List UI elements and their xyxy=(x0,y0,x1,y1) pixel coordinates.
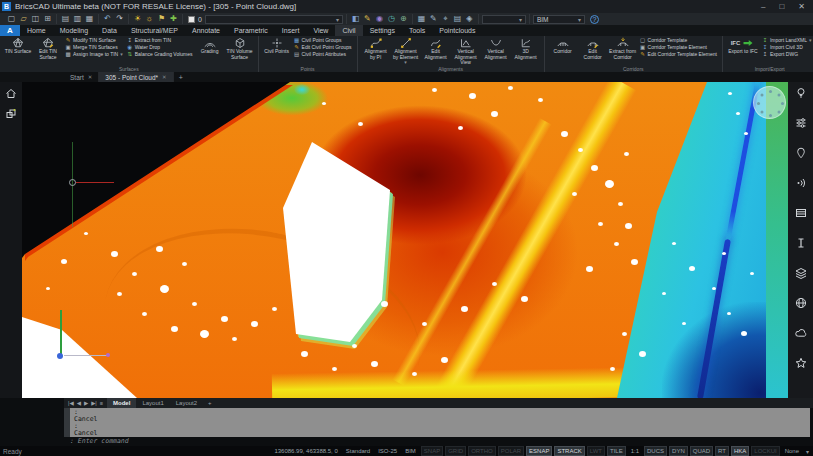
layout-tab-layout2[interactable]: Layout2 xyxy=(170,398,203,408)
edit-corridor-template-element-button[interactable]: ✎ Edit Corridor Template Element xyxy=(640,51,717,58)
undo-icon[interactable]: ↶ xyxy=(102,14,113,24)
tab-view[interactable]: View xyxy=(306,25,335,36)
edit-tin-surface-button[interactable]: Edit TIN Surface xyxy=(34,37,62,60)
toggle-hka[interactable]: HKA xyxy=(731,446,749,456)
alignment-by-element-button[interactable]: Alignment by Element ▾ xyxy=(392,37,420,66)
redo-icon[interactable]: ↷ xyxy=(114,14,125,24)
maximize-button[interactable]: □ xyxy=(779,2,784,11)
status-standard[interactable]: Standard xyxy=(343,446,373,456)
last-layout-icon[interactable]: ▶| xyxy=(91,400,97,406)
tab-civil[interactable]: Civil xyxy=(335,25,362,36)
add-layer-icon[interactable]: ✚ xyxy=(168,14,179,24)
corridor-template-button[interactable]: ▢ Corridor Template xyxy=(640,37,717,44)
structural-beam-icon[interactable] xyxy=(794,236,807,249)
command-input[interactable]: : Enter command xyxy=(0,437,813,446)
toggle-tile[interactable]: TILE xyxy=(607,446,626,456)
tab-home[interactable]: Home xyxy=(20,25,53,36)
sound-waves-icon[interactable] xyxy=(794,176,807,189)
status-iso25[interactable]: ISO-25 xyxy=(375,446,400,456)
tab-modeling[interactable]: Modeling xyxy=(53,25,95,36)
toggle-snap[interactable]: SNAP xyxy=(421,446,443,456)
3d-alignment-button[interactable]: 3D Alignment xyxy=(512,37,540,66)
corridor-button[interactable]: Corridor xyxy=(549,37,577,60)
add-layout-button[interactable]: + xyxy=(203,398,217,408)
print-icon[interactable]: ▤ xyxy=(60,14,71,24)
open-file-icon[interactable]: ▱ xyxy=(18,14,29,24)
import-landxml-button[interactable]: ↧ Import LandXML ▾ xyxy=(762,37,811,44)
publish-icon[interactable]: ▦ xyxy=(84,14,95,24)
water-drop-button[interactable]: ◉ Water Drop xyxy=(127,44,193,51)
grading-button[interactable]: Grading xyxy=(196,37,224,60)
sheet-icon[interactable]: ▤ xyxy=(452,14,463,24)
toggle-esnap[interactable]: ESNAP xyxy=(526,446,552,456)
edit-corridor-button[interactable]: Edit Corridor xyxy=(579,37,607,60)
toggle-ortho[interactable]: ORTHO xyxy=(468,446,496,456)
tin-volume-surface-button[interactable]: TIN Volume Surface xyxy=(226,37,254,60)
close-tab-icon[interactable]: ✕ xyxy=(162,74,167,80)
toggle-strack[interactable]: STRACK xyxy=(554,446,584,456)
extract-from-corridor-button[interactable]: Extract from Corridor xyxy=(609,37,637,60)
layout-tab-model[interactable]: Model xyxy=(107,398,136,408)
pencil-icon[interactable]: ✎ xyxy=(428,14,439,24)
draw-order-icon[interactable]: ◧ xyxy=(350,14,361,24)
toggle-rt[interactable]: RT xyxy=(715,446,729,456)
tab-annotate[interactable]: Annotate xyxy=(185,25,227,36)
tab-parametric[interactable]: Parametric xyxy=(227,25,275,36)
location-pin-icon[interactable] xyxy=(794,146,807,159)
globe-small-icon[interactable]: ⊕ xyxy=(398,14,409,24)
light-icon[interactable] xyxy=(794,86,807,99)
first-layout-icon[interactable]: |◀ xyxy=(68,400,74,406)
drawing-viewport[interactable] xyxy=(22,82,788,398)
tab-insert[interactable]: Insert xyxy=(275,25,307,36)
application-button[interactable]: A xyxy=(0,25,20,36)
toggle-dyn[interactable]: DYN xyxy=(669,446,688,456)
toggle-lwt[interactable]: LWT xyxy=(587,446,605,456)
new-document-tab-button[interactable]: + xyxy=(174,72,188,82)
profile-dropdown[interactable]: ▾ xyxy=(482,15,526,24)
save-as-icon[interactable]: ⊞ xyxy=(42,14,53,24)
command-history[interactable]: : Cancel : Cancel xyxy=(70,408,810,437)
tab-tools[interactable]: Tools xyxy=(402,25,432,36)
civil-point-groups-button[interactable]: ▦ Civil Point Groups xyxy=(294,37,352,44)
toggle-lockui[interactable]: LOCKUI xyxy=(751,446,779,456)
layers-stack-icon[interactable] xyxy=(794,266,807,279)
extract-from-tin-button[interactable]: ↧ Extract from TIN xyxy=(127,37,193,44)
civil-point-attributes-button[interactable]: ▤ Civil Point Attributes xyxy=(294,51,352,58)
vertical-alignment-button[interactable]: Vertical Alignment xyxy=(482,37,510,66)
layout-tab-layout1[interactable]: Layout1 xyxy=(136,398,169,408)
layout-menu-icon[interactable]: ≡ xyxy=(100,400,103,406)
alignment-by-pi-button[interactable]: Alignment by PI xyxy=(362,37,390,66)
match-properties-icon[interactable]: ◉ xyxy=(374,14,385,24)
workspace-dropdown[interactable]: BIM▾ xyxy=(533,15,585,24)
toggle-polar[interactable]: POLAR xyxy=(498,446,524,456)
status-bim[interactable]: BIM xyxy=(402,446,419,456)
status-bar-menu-icon[interactable]: ▾ xyxy=(806,448,809,455)
corridor-template-element-button[interactable]: ▣ Corridor Template Element xyxy=(640,44,717,51)
status-annoscale[interactable]: None xyxy=(782,446,802,456)
tin-surface-button[interactable]: TIN Surface xyxy=(4,37,32,60)
close-button[interactable]: ✕ xyxy=(798,2,805,11)
layer-dropdown[interactable]: ▾ xyxy=(205,15,343,24)
vertical-alignment-view-button[interactable]: Vertical Alignment View xyxy=(452,37,480,66)
tab-data[interactable]: Data xyxy=(95,25,124,36)
save-icon[interactable]: ◫ xyxy=(30,14,41,24)
home-icon[interactable] xyxy=(3,85,19,101)
modify-tin-surface-button[interactable]: ✎ Modify TIN Surface xyxy=(65,37,123,44)
print-preview-icon[interactable]: ▥ xyxy=(72,14,83,24)
close-tab-icon[interactable]: ✕ xyxy=(88,74,93,80)
render-settings-icon[interactable] xyxy=(794,116,807,129)
annotate-icon[interactable]: ✎ xyxy=(362,14,373,24)
bulb-icon[interactable]: ☼ xyxy=(144,14,155,24)
edit-alignment-button[interactable]: Edit Alignment xyxy=(422,37,450,66)
tab-pointclouds[interactable]: Pointclouds xyxy=(432,25,482,36)
light-on-icon[interactable]: ☀ xyxy=(132,14,143,24)
toggle-grid[interactable]: GRID xyxy=(445,446,466,456)
civil-points-button[interactable]: Civil Points xyxy=(263,37,291,55)
balance-grading-volumes-button[interactable]: ⇅ Balance Grading Volumes xyxy=(127,51,193,58)
prev-layout-icon[interactable]: ◀ xyxy=(77,400,81,406)
globe-icon[interactable] xyxy=(794,296,807,309)
toggle-ducs[interactable]: DUCS xyxy=(644,446,667,456)
minimize-button[interactable]: – xyxy=(761,2,765,11)
assign-image-to-tin-button[interactable]: ▩ Assign Image to TIN ▾ xyxy=(65,51,123,58)
next-layout-icon[interactable]: ▶ xyxy=(84,400,88,406)
